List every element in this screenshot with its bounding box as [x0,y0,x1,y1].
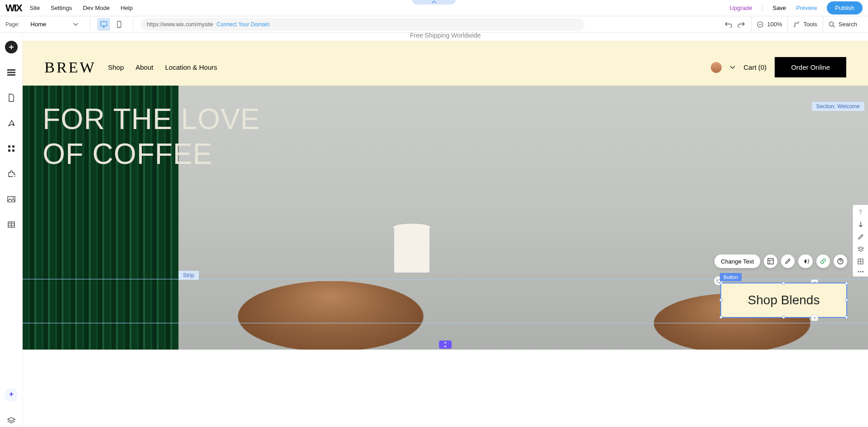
zoom-control[interactable]: 100% [751,16,787,33]
my-business-button[interactable] [5,168,18,180]
menu-site[interactable]: Site [30,5,40,11]
sections-icon [7,69,15,76]
tools-button[interactable]: Tools [787,16,822,33]
strip-guideline-bottom [23,323,868,323]
shipping-banner[interactable]: Free Shipping Worldwide [23,33,868,41]
resize-handle-ml[interactable] [719,298,723,302]
section-resize-handle[interactable] [439,341,452,349]
menu-help[interactable]: Help [121,5,133,11]
site-canvas[interactable]: Free Shipping Worldwide BREW Shop About … [23,33,868,427]
search-icon [829,21,835,28]
svg-rect-10 [12,145,14,148]
hero-title[interactable]: FOR THE LOVE OF COFFEE [43,102,260,172]
grid-icon [858,259,863,264]
svg-point-2 [119,26,120,27]
menu-settings[interactable]: Settings [51,5,72,11]
upgrade-link[interactable]: Upgrade [730,5,752,11]
search-label: Search [839,21,857,28]
editor-subbar: Page: Home https://www.wix.com/mysite Co… [0,16,868,33]
order-online-button[interactable]: Order Online [775,57,846,77]
apps-panel-button[interactable] [5,142,18,155]
page-dropdown[interactable]: Home [26,19,82,29]
top-menu: Site Settings Dev Mode Help [30,5,133,11]
design-panel-button[interactable] [5,117,18,130]
resize-handle-tm[interactable] [782,282,785,285]
app-topbar: WIX Site Settings Dev Mode Help Upgrade … [0,0,868,16]
edit-section-button[interactable] [858,234,863,240]
resize-handle-bl[interactable] [719,316,723,319]
editor-main: Free Shipping Worldwide BREW Shop About … [0,33,868,427]
topbar-expand-handle[interactable] [412,0,456,5]
resize-handle-tl[interactable] [719,282,723,285]
design-icon [7,120,15,127]
site-header-section[interactable]: BREW Shop About Location & Hours Cart (0… [23,41,868,86]
preview-button[interactable]: Preview [796,5,817,11]
nav-location-hours[interactable]: Location & Hours [165,63,217,71]
connect-domain-link[interactable]: Connect Your Domain [217,21,270,28]
plus-icon [8,44,14,50]
site-brand[interactable]: BREW [44,59,96,76]
member-avatar[interactable] [711,62,722,73]
help-button[interactable] [834,254,847,268]
svg-point-21 [862,271,863,273]
layout-button[interactable] [764,254,777,268]
add-element-button[interactable] [5,41,18,53]
divider [762,4,762,12]
section-label[interactable]: Section: Welcome [812,102,865,111]
redo-button[interactable] [738,21,745,28]
svg-rect-13 [8,197,15,202]
save-button[interactable]: Save [772,5,786,11]
resize-handle-br[interactable] [845,316,848,319]
resize-vertical-icon [443,342,448,347]
change-text-button[interactable]: Change Text [714,254,760,268]
ai-assistant-button[interactable] [5,388,18,402]
stretch-bottom-handle[interactable]: ⇕ [811,315,818,321]
resize-handle-tr[interactable] [845,282,848,285]
svg-rect-9 [8,145,10,148]
strip-label[interactable]: Strip [178,271,199,280]
brush-icon [785,258,791,264]
animation-button[interactable] [798,254,813,268]
selected-element[interactable]: Button ⇕ Shop Blends ⇕ [720,283,847,318]
arrow-down-icon [858,221,863,228]
wrench-icon [793,21,800,28]
search-button[interactable]: Search [823,16,863,33]
sparkle-icon [8,391,15,398]
section-layers-button[interactable] [858,246,864,252]
more-actions-button[interactable] [858,271,864,273]
svg-point-20 [860,271,861,273]
hero-section[interactable]: FOR THE LOVE OF COFFEE Strip Change Text [23,86,868,350]
publish-button[interactable]: Publish [827,1,863,14]
url-bar[interactable]: https://www.wix.com/mysite Connect Your … [140,18,584,31]
apps-icon [8,145,15,152]
move-down-button[interactable] [858,221,863,228]
undo-button[interactable] [725,21,732,28]
menu-dev-mode[interactable]: Dev Mode [83,5,110,11]
table-icon [8,221,15,228]
pages-panel-button[interactable] [5,91,18,104]
design-button[interactable] [781,254,795,268]
resize-handle-mr[interactable] [845,298,848,302]
layers-icon [858,246,864,252]
move-up-button[interactable] [858,209,863,215]
mobile-view-button[interactable] [113,18,125,31]
page-icon [8,94,14,102]
resize-handle-bm[interactable] [782,316,785,319]
desktop-view-button[interactable] [97,18,110,31]
nav-about[interactable]: About [135,63,153,71]
layers-panel-button[interactable] [5,414,18,427]
chevron-down-icon[interactable] [730,66,735,69]
wix-logo: WIX [5,2,22,14]
section-layout-button[interactable] [858,259,863,264]
cart-link[interactable]: Cart (0) [743,63,767,71]
sections-panel-button[interactable] [5,66,18,79]
media-panel-button[interactable] [5,193,18,206]
site-url: https://www.wix.com/mysite [147,21,213,28]
content-manager-button[interactable] [5,218,18,231]
nav-shop[interactable]: Shop [108,63,124,71]
hero-image-cup [394,227,429,273]
top-actions: Upgrade Save Preview Publish [730,1,863,14]
shop-blends-button[interactable]: Shop Blends [720,283,847,318]
zoom-value: 100% [767,21,782,28]
link-button[interactable] [816,254,830,268]
